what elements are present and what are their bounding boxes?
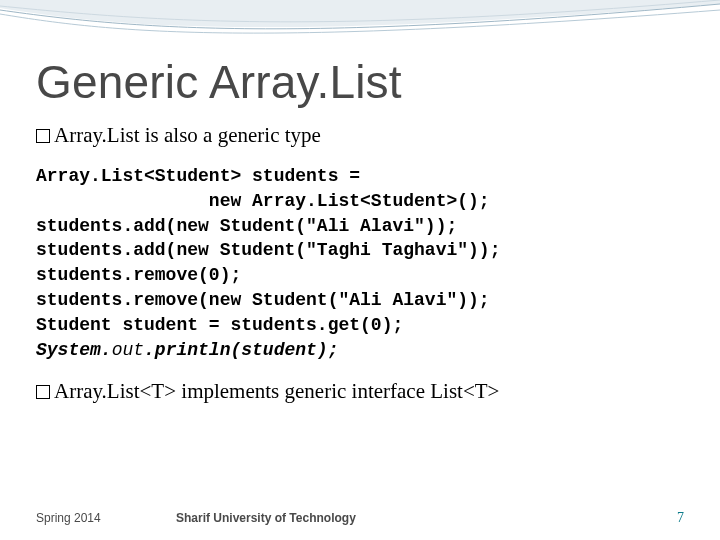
bullet-2-text: Array.List<T> implements generic interfa… [54, 379, 499, 403]
code-line-8b: out [112, 340, 144, 360]
slide-title: Generic Array.List [36, 55, 684, 109]
bullet-2: Array.List<T> implements generic interfa… [36, 379, 684, 404]
bullet-1: Array.List is also a generic type [36, 123, 684, 148]
code-line-8c: . [144, 340, 155, 360]
page-number: 7 [677, 510, 684, 526]
code-line-8a: System. [36, 340, 112, 360]
code-line-6: students.remove(new Student("Ali Alavi")… [36, 290, 490, 310]
code-line-1: Array.List<Student> students = [36, 166, 360, 186]
slide-footer: Spring 2014 Sharif University of Technol… [36, 510, 684, 526]
code-line-7: Student student = students.get(0); [36, 315, 403, 335]
bullet-box-icon [36, 129, 50, 143]
code-line-2: new Array.List<Student>(); [36, 191, 490, 211]
code-block: Array.List<Student> students = new Array… [36, 164, 684, 363]
code-line-5: students.remove(0); [36, 265, 241, 285]
code-line-3: students.add(new Student("Ali Alavi")); [36, 216, 457, 236]
code-line-4: students.add(new Student("Taghi Taghavi"… [36, 240, 500, 260]
slide-body: Generic Array.List Array.List is also a … [0, 0, 720, 540]
bullet-box-icon [36, 385, 50, 399]
footer-institution: Sharif University of Technology [176, 511, 356, 525]
footer-term: Spring 2014 [36, 511, 176, 525]
code-line-8d: println(student); [155, 340, 339, 360]
bullet-1-text: Array.List is also a generic type [54, 123, 321, 147]
